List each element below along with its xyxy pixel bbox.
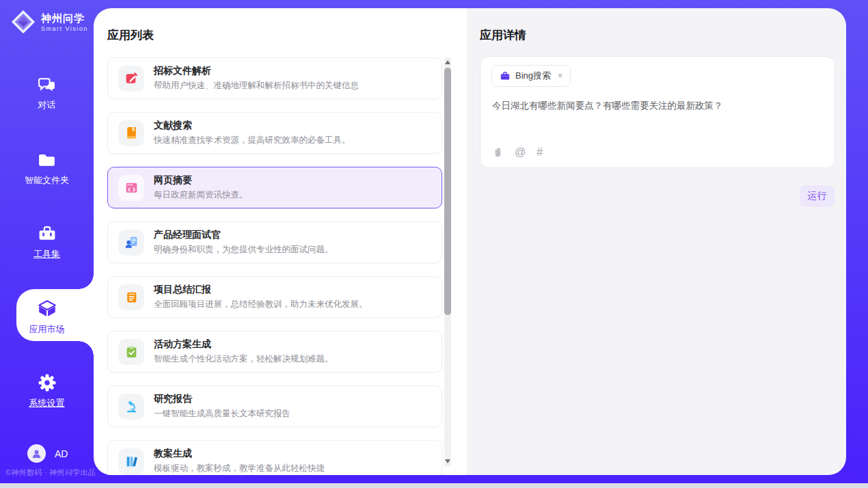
person-doc-icon [124,235,139,249]
brand-logo: 神州问学 Smart Vision [10,9,88,35]
sidebar-item-chat[interactable]: 对话 [0,75,94,111]
app-name: 文献搜索 [154,120,351,132]
sidebar-item-toolset[interactable]: 工具集 [0,224,94,260]
book-icon [124,126,139,140]
scrollbar-thumb[interactable] [444,68,451,315]
hash-icon[interactable]: # [537,146,543,159]
app-desc: 全面回顾项目进展，总结经验教训，助力未来优化发展。 [154,299,368,310]
diamond-logo-icon [10,9,36,35]
run-button[interactable]: 运行 [800,185,835,207]
scroll-up-icon[interactable] [445,60,450,64]
scroll-down-icon[interactable] [445,459,450,463]
sidebar-item-settings[interactable]: 系统设置 [0,372,94,409]
prompt-text[interactable]: 今日湖北有哪些新闻要点？有哪些需要关注的最新政策？ [492,99,821,113]
app-list-title: 应用列表 [107,27,154,43]
sidebar-item-label: 对话 [0,99,94,111]
app-detail-panel: 应用详情 Bing搜索 × 今日湖北有哪些新闻要点？有哪些需要关注的最新政策？ … [467,8,846,475]
books-icon [124,454,139,468]
main-content: 应用列表 招标文件解析 帮助用户快速、准确地理解和解析招标书中的关键信息 [94,8,846,475]
pen-square-icon [124,71,139,85]
app-card-lesson-plan[interactable]: 教案生成 模板驱动，教案秒成，教学准备从此轻松快捷 [107,440,442,475]
app-cards: 招标文件解析 帮助用户快速、准确地理解和解析招标书中的关键信息 文献搜索 快速精… [107,57,442,475]
app-card-research-report[interactable]: 研究报告 一键智能生成高质量长文本研究报告 [107,385,442,427]
app-card-project-summary[interactable]: 项目总结汇报 全面回顾项目进展，总结经验教训，助力未来优化发展。 [107,276,442,318]
toolbox-icon [37,224,57,244]
prompt-card[interactable]: Bing搜索 × 今日湖北有哪些新闻要点？有哪些需要关注的最新政策？ @ # [480,56,835,168]
tool-tag-label: Bing搜索 [515,70,551,82]
app-name: 活动方案生成 [154,338,334,351]
avatar [27,444,46,463]
user-name: AD [55,448,68,459]
chat-icon [37,75,57,95]
app-card-activity-plan[interactable]: 活动方案生成 智能生成个性化活动方案，轻松解决规划难题。 [107,331,442,372]
app-list-scrollbar[interactable] [444,57,451,466]
tool-tag-bing-search[interactable]: Bing搜索 × [491,65,571,87]
app-desc: 模板驱动，教案秒成，教学准备从此轻松快捷 [154,463,325,474]
sidebar-item-label: 系统设置 [0,397,94,409]
prompt-toolbar: @ # [492,146,543,159]
cube-icon [37,299,57,319]
sidebar: 神州问学 Smart Vision 对话 智能文件夹 工具集 [0,0,94,483]
app-desc: 一键智能生成高质量长文本研究报告 [154,408,290,420]
app-name: 产品经理面试官 [154,229,334,241]
app-desc: 智能生成个性化活动方案，轻松解决规划难题。 [154,353,334,365]
gear-icon [37,372,57,393]
briefcase-icon [500,70,511,81]
person-icon [31,448,42,459]
app-name: 招标文件解析 [154,65,359,77]
app-card-tender-parse[interactable]: 招标文件解析 帮助用户快速、准确地理解和解析招标书中的关键信息 [107,57,442,99]
app-desc: 快速精准查找学术资源，提高研究效率的必备工具。 [154,135,351,146]
app-name: 教案生成 [154,448,325,460]
at-icon[interactable]: @ [515,146,526,159]
browser-code-icon [124,180,139,195]
app-card-literature-search[interactable]: 文献搜索 快速精准查找学术资源，提高研究效率的必备工具。 [107,112,442,154]
sidebar-item-app-market[interactable]: 应用市场 [0,299,94,336]
app-desc: 明确身份和职责，为您提供专业性的面试问题。 [154,244,334,256]
sidebar-item-smart-folder[interactable]: 智能文件夹 [0,150,94,187]
sidebar-item-label: 应用市场 [0,323,94,336]
sidebar-footer: ©神州数码 · 神州问学出品 [5,467,99,478]
microscope-icon [124,399,139,414]
paperclip-icon[interactable] [492,147,504,159]
clipboard-check-icon [124,344,139,359]
app-list-panel: 应用列表 招标文件解析 帮助用户快速、准确地理解和解析招标书中的关键信息 [94,8,467,475]
app-name: 研究报告 [154,393,290,405]
app-detail-title: 应用详情 [480,27,526,43]
bottom-strip [0,483,868,488]
tag-close-icon[interactable]: × [558,71,562,81]
app-card-pm-interviewer[interactable]: 产品经理面试官 明确身份和职责，为您提供专业性的面试问题。 [107,221,442,263]
brand-subtitle: Smart Vision [41,25,88,32]
sidebar-item-label: 智能文件夹 [0,174,94,187]
app-name: 项目总结汇报 [154,284,368,296]
app-desc: 每日政府新闻资讯快查。 [154,189,248,201]
user-account[interactable]: AD [27,444,68,463]
folder-icon [37,150,57,170]
app-card-web-summary[interactable]: 网页摘要 每日政府新闻资讯快查。 [107,167,442,208]
app-desc: 帮助用户快速、准确地理解和解析招标书中的关键信息 [154,80,359,92]
notepad-icon [124,290,139,304]
brand-name: 神州问学 [41,12,88,25]
app-name: 网页摘要 [154,174,248,187]
sidebar-item-label: 工具集 [0,248,94,260]
